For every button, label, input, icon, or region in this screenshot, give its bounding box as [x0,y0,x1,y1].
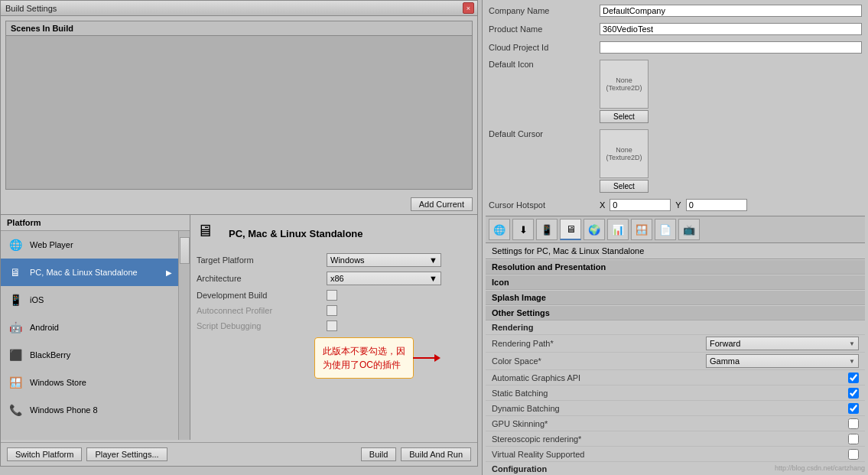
architecture-select[interactable]: x86 ▼ [327,272,441,285]
platform-item-windows-store[interactable]: 🪟 Windows Store [1,369,178,396]
gpu-skinning-label: GPU Skinning* [492,419,848,428]
auto-graphics-label: Automatic Graphics API [492,373,848,382]
player-settings-button[interactable]: Player Settings... [86,447,167,461]
dynamic-batching-checkbox[interactable] [848,403,859,414]
company-name-row: Company Name [486,3,865,18]
gpu-skinning-checkbox[interactable] [848,418,859,429]
development-build-checkbox[interactable] [327,290,337,301]
default-cursor-row: Default Cursor None(Texture2D) Select [486,128,865,194]
title-bar: Build Settings × [1,1,477,16]
product-name-label: Product Name [489,24,600,34]
autoconnect-checkbox[interactable] [327,305,337,316]
tab-globe[interactable]: 🌐 [489,219,510,240]
development-build-control [327,290,471,301]
rendering-path-value: Forward [710,339,740,348]
platform-item-android[interactable]: 🤖 Android [1,314,178,341]
cursor-hotspot-row: Cursor Hotspot X Y [486,197,865,213]
cloud-project-input[interactable] [600,41,862,54]
autoconnect-row: Autoconnect Profiler [197,305,471,316]
tab-html5[interactable]: 📄 [655,219,676,240]
target-platform-select[interactable]: Windows ▼ [327,253,441,267]
static-batching-checkbox[interactable] [848,388,859,399]
platform-name-blackberry: BlackBerry [30,350,172,360]
rendering-path-dropdown[interactable]: Forward ▼ [706,337,859,350]
tab-tv[interactable]: 📺 [678,219,700,240]
cloud-project-row: Cloud Project Id [486,40,865,55]
product-name-row: Product Name [486,21,865,37]
tab-phone[interactable]: 📱 [536,219,558,240]
platform-name-ios: iOS [30,295,172,304]
bottom-buttons: Switch Platform Player Settings... Build… [1,442,477,466]
product-name-value [600,23,862,35]
build-and-run-button[interactable]: Build And Run [401,447,471,461]
tab-windows[interactable]: 🪟 [631,219,652,240]
platform-name-windows-phone: Windows Phone 8 [30,405,172,415]
dropdown-arrow-icon: ▼ [429,255,437,265]
scenes-content [6,36,472,189]
platform-item-ios[interactable]: 📱 iOS [1,286,178,314]
stereoscopic-checkbox[interactable] [848,434,859,444]
windows-phone-icon: 📞 [7,402,24,418]
default-cursor-thumbnail: None(Texture2D) [600,129,649,178]
product-name-input[interactable] [600,23,862,35]
auto-graphics-checkbox[interactable] [848,373,859,383]
platform-item-web-player[interactable]: 🌐 Web Player [1,231,178,259]
tab-globe2[interactable]: 🌍 [584,219,605,240]
cloud-project-label: Cloud Project Id [489,43,600,52]
vr-supported-checkbox[interactable] [848,449,859,460]
default-cursor-label: Default Cursor [489,129,600,138]
android-icon: 🤖 [7,319,24,336]
platform-item-windows-phone[interactable]: 📞 Windows Phone 8 [1,396,178,424]
splash-section-header[interactable]: Splash Image [486,290,865,305]
cursor-hotspot-label: Cursor Hotspot [489,200,600,210]
color-space-value: Gamma [710,356,740,366]
build-button[interactable]: Build [361,447,396,461]
platform-item-pc-mac[interactable]: 🖥 PC, Mac & Linux Standalone ▶ [1,259,178,286]
color-space-dropdown[interactable]: Gamma ▼ [706,354,859,368]
cursor-y-input[interactable] [686,199,747,211]
selected-arrow-icon: ▶ [166,268,172,277]
static-batching-label: Static Batching [492,389,848,398]
architecture-label: Architecture [197,274,327,283]
target-platform-control: Windows ▼ [327,253,471,267]
color-space-label: Color Space* [492,356,706,366]
autoconnect-control [327,305,471,316]
script-debug-checkbox[interactable] [327,320,337,331]
ios-icon: 📱 [7,291,24,308]
tab-download[interactable]: ⬇ [512,219,534,240]
add-current-button[interactable]: Add Current [411,197,473,211]
vr-supported-row: Virtual Reality Supported [486,447,865,462]
icon-section-header[interactable]: Icon [486,275,865,290]
target-platform-value: Windows [330,255,365,265]
default-icon-label: Default Icon [489,60,600,69]
resolution-section-header[interactable]: Resolution and Presentation [486,259,865,275]
platform-section: Platform 🌐 Web Player 🖥 PC, Mac & Linux … [1,214,477,440]
platform-item-blackberry[interactable]: ⬛ BlackBerry [1,341,178,369]
arch-dropdown-arrow-icon: ▼ [429,274,437,283]
rendering-subheader: Rendering [486,320,865,335]
company-name-label: Company Name [489,6,600,15]
architecture-row: Architecture x86 ▼ [197,272,471,285]
company-name-input[interactable] [600,5,862,17]
rendering-path-arrow-icon: ▼ [849,340,855,347]
watermark: http://blog.csdn.net/cartzhang [775,464,865,472]
platform-detail-icon: 🖥 [197,221,221,246]
target-platform-row: Target Platform Windows ▼ [197,253,471,267]
close-button[interactable]: × [463,2,474,14]
platform-name-web-player: Web Player [30,240,172,249]
blackberry-icon: ⬛ [7,346,24,363]
cursor-x-input[interactable] [610,199,671,211]
tab-desktop[interactable]: 🖥 [560,219,581,240]
default-cursor-select-btn[interactable]: Select [600,180,649,193]
switch-platform-button[interactable]: Switch Platform [7,447,82,461]
scroll-thumb [180,237,190,264]
platform-scrollbar[interactable] [178,231,190,440]
popup-text: 此版本不要勾选，因为使用了OC的插件 [323,346,405,370]
right-panel: Company Name Product Name Cloud Project … [482,0,868,475]
tab-excel[interactable]: 📊 [607,219,629,240]
default-icon-control: None(Texture2D) Select [600,60,649,123]
windows-store-icon: 🪟 [7,374,24,391]
development-build-label: Development Build [197,291,327,300]
default-icon-select-btn[interactable]: Select [600,110,649,123]
other-settings-header[interactable]: Other Settings [486,305,865,320]
